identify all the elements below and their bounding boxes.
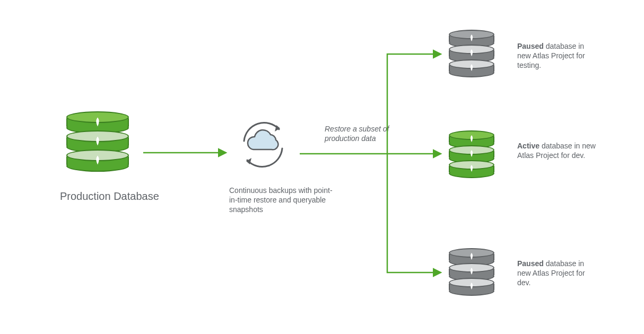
database-icon bbox=[449, 32, 494, 76]
target-label: Paused database in new Atlas Project for… bbox=[517, 41, 597, 70]
target-label: Active database in new Atlas Project for… bbox=[517, 141, 597, 160]
status-word: Paused bbox=[517, 42, 544, 50]
status-word: Paused bbox=[517, 259, 544, 268]
database-icon bbox=[449, 133, 494, 177]
target-label: Paused database in new Atlas Project for… bbox=[517, 259, 597, 287]
production-db-label: Production Database bbox=[60, 191, 159, 201]
restore-note: Restore a subset of production data bbox=[325, 124, 399, 143]
status-word: Active bbox=[517, 142, 539, 150]
cloud-sync-icon bbox=[233, 118, 292, 171]
database-icon bbox=[66, 113, 129, 171]
database-icon bbox=[449, 250, 494, 295]
arrow-line bbox=[387, 154, 440, 273]
diagram-canvas: Production Database Continuous backups w… bbox=[0, 0, 644, 334]
backup-caption: Continuous backups with point-in-time re… bbox=[229, 186, 341, 214]
